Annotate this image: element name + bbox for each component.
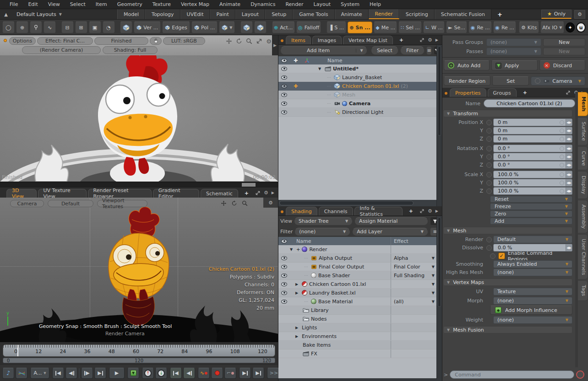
current-frame-field[interactable]: 0 ◀▶ bbox=[79, 368, 80, 378]
passes-dropdown[interactable]: (none)▼ bbox=[486, 48, 541, 55]
shader-row-bake-items[interactable]: Bake Items bbox=[278, 341, 436, 349]
shader-row-render[interactable]: ▼+ Render bbox=[278, 245, 436, 254]
pan-icon[interactable] bbox=[221, 200, 227, 206]
menu-system[interactable]: System bbox=[336, 1, 365, 7]
auto-key-button[interactable]: ∿ bbox=[198, 368, 210, 379]
ellipse-tool-button[interactable]: ◯ bbox=[2, 21, 15, 33]
add-viewport-tab-button[interactable]: + bbox=[240, 189, 254, 198]
filter-button[interactable]: Filter bbox=[400, 46, 425, 55]
assign-material-button[interactable]: Assign Material bbox=[354, 217, 428, 225]
sphere-tool-button[interactable]: ⊕ bbox=[16, 21, 28, 33]
reference-2-button[interactable]: ◉Re ... bbox=[493, 21, 516, 33]
shader-row-base-shader[interactable]: ⋯ Base Shader Full Shading▼ bbox=[278, 271, 436, 280]
vertex-maps-section-header[interactable]: ▼Vertex Maps bbox=[443, 279, 572, 286]
menu-edit[interactable]: Edit bbox=[23, 1, 43, 7]
action-dropdown[interactable]: A...▼ bbox=[30, 368, 49, 379]
render-effect-button[interactable]: Effect: Final C... bbox=[37, 37, 93, 45]
scale-x-field[interactable]: 100.0 %◀▶ bbox=[493, 171, 572, 178]
menu-select[interactable]: Select bbox=[65, 1, 91, 7]
rotation-y-field[interactable]: 0.0 °◀▶ bbox=[493, 153, 572, 161]
expander-icon[interactable]: ▶ bbox=[295, 282, 300, 286]
work-plane-button[interactable]: ∟W ... bbox=[423, 21, 445, 33]
spinner-icon[interactable]: ◀▶ bbox=[566, 153, 572, 160]
action-center-button[interactable]: ⊕Act... bbox=[272, 21, 295, 33]
mirror-tool-button[interactable]: ⊟ bbox=[61, 21, 74, 33]
add-panel-tab-button[interactable]: + bbox=[518, 88, 532, 97]
timeline-range-scrollbar[interactable]: 0 120 120 bbox=[3, 358, 275, 363]
item-pivot-button[interactable] bbox=[240, 21, 253, 33]
channel-toggle-icon[interactable] bbox=[486, 136, 492, 142]
auto-add-button[interactable]: +Auto Add bbox=[444, 60, 490, 70]
viewport-3d[interactable]: Camera Default Viewport Textures ⚙ Chick… bbox=[0, 198, 278, 342]
spinner-icon[interactable]: ◀▶ bbox=[566, 135, 572, 142]
polygons-mode-button[interactable]: Pol ... bbox=[191, 21, 218, 33]
layout-tab-uvedit[interactable]: UVEdit bbox=[180, 9, 210, 19]
tab-render-preset-browser[interactable]: Render Preset Browser bbox=[88, 189, 152, 198]
eye-icon[interactable] bbox=[281, 291, 287, 295]
tab-info-statistics[interactable]: Info & Statistics bbox=[354, 207, 403, 215]
jump-forward-button[interactable]: ▶ bbox=[252, 368, 264, 379]
channel-toggle-icon[interactable] bbox=[486, 237, 492, 242]
morph-dropdown[interactable]: (none)▼ bbox=[493, 297, 572, 305]
filter-dropdown[interactable]: (none)▼ bbox=[294, 228, 350, 236]
afx-io-dropdown[interactable]: Afx IO▼ bbox=[540, 21, 564, 33]
go-to-start-button[interactable]: ◀ bbox=[52, 368, 64, 379]
viewport-textures-button[interactable]: Viewport Textures bbox=[97, 200, 147, 207]
decrement-time-dial-button[interactable]: ↓ bbox=[155, 368, 167, 379]
item-row-mesh[interactable]: ⋯ Mesh bbox=[278, 91, 436, 99]
tab-gradient-editor[interactable]: Gradient Editor bbox=[153, 189, 199, 198]
shader-row-environments[interactable]: ▶ Environments bbox=[278, 332, 436, 341]
eye-icon[interactable] bbox=[281, 265, 287, 269]
pass-groups-dropdown[interactable]: (none)▼ bbox=[486, 38, 541, 46]
effect-value[interactable]: Final Color bbox=[394, 264, 420, 270]
select-button[interactable]: Select bbox=[371, 46, 398, 55]
timeline-ruler[interactable]: 0 12 24 36 48 60 72 84 96 108 120 bbox=[3, 344, 275, 357]
spinner-icon[interactable]: ◀▶ bbox=[566, 244, 572, 251]
rotate-icon[interactable] bbox=[236, 38, 242, 44]
menu-file[interactable]: File bbox=[5, 1, 23, 7]
favorites-only-button[interactable]: ★ Only bbox=[541, 10, 572, 19]
item-row-laundry-basket[interactable]: ⋯ Laundry_Basket bbox=[278, 73, 436, 82]
channel-toggle-icon[interactable] bbox=[486, 172, 492, 177]
shading-mode-button[interactable]: Shading: Full bbox=[103, 46, 158, 54]
menu-texture[interactable]: Texture bbox=[147, 1, 176, 7]
uv-dropdown[interactable]: Texture▼ bbox=[493, 288, 572, 295]
render-options-button[interactable]: Options bbox=[9, 37, 36, 45]
apply-button[interactable]: ▼Apply bbox=[491, 60, 537, 70]
items-horizontal-scrollbar[interactable] bbox=[278, 200, 436, 206]
scale-z-field[interactable]: 100.0 %◀▶ bbox=[493, 187, 572, 195]
pin-tool-button[interactable] bbox=[30, 21, 42, 33]
list-options-button[interactable]: ≡ bbox=[426, 46, 432, 55]
menu-layout[interactable]: Layout bbox=[309, 1, 336, 7]
panel-corner-icon[interactable] bbox=[445, 92, 447, 95]
layout-switcher[interactable]: Default Layouts ▼ bbox=[12, 9, 117, 19]
panel-corner-icon[interactable] bbox=[281, 39, 283, 42]
eye-icon[interactable] bbox=[281, 256, 287, 260]
menu-geometry[interactable]: Geometry bbox=[112, 1, 147, 7]
channel-toggle-icon[interactable] bbox=[490, 253, 495, 259]
gear-icon[interactable]: ⚙ bbox=[428, 208, 432, 214]
radial-tool-button[interactable]: ▣ bbox=[89, 21, 101, 33]
expander-icon[interactable]: ▶ bbox=[295, 291, 300, 295]
layout-tab-layout[interactable]: Layout bbox=[235, 9, 265, 19]
panel-expand-arrow-icon[interactable]: ▶ bbox=[436, 38, 438, 42]
plus-icon[interactable]: + bbox=[296, 247, 300, 252]
layout-tab-topology[interactable]: Topology bbox=[145, 9, 180, 19]
panel-expand-arrow-icon[interactable]: ▶ bbox=[272, 35, 278, 55]
channel-toggle-icon[interactable] bbox=[486, 128, 492, 134]
shader-row-base-material[interactable]: ⋯ Base Material (all)▼ bbox=[278, 297, 436, 306]
spinner-icon[interactable]: ◀▶ bbox=[566, 145, 572, 152]
render-camera-dropdown[interactable]: Camera ▼ bbox=[531, 76, 585, 86]
panel-corner-icon[interactable] bbox=[4, 39, 7, 42]
high-res-mesh-dropdown[interactable]: (none)▼ bbox=[493, 268, 572, 276]
layout-tab-animate[interactable]: Animate bbox=[335, 9, 369, 19]
tab-channels[interactable]: Channels bbox=[319, 207, 353, 215]
snapping-button[interactable]: ⊕Sn ... bbox=[348, 21, 372, 33]
kits-button[interactable]: ⚙Kits bbox=[519, 21, 539, 33]
channel-toggle-icon[interactable] bbox=[486, 188, 492, 194]
tab-uv-texture-view[interactable]: UV Texture View bbox=[38, 189, 87, 198]
menu-item[interactable]: Item bbox=[91, 1, 112, 7]
spinner-icon[interactable]: ◀▶ bbox=[566, 119, 572, 126]
eye-icon[interactable] bbox=[281, 102, 287, 106]
item-row-chicken-cartoon[interactable]: ✚ ⋯ Chicken Cartoon 01.lxl (2) bbox=[278, 82, 436, 91]
